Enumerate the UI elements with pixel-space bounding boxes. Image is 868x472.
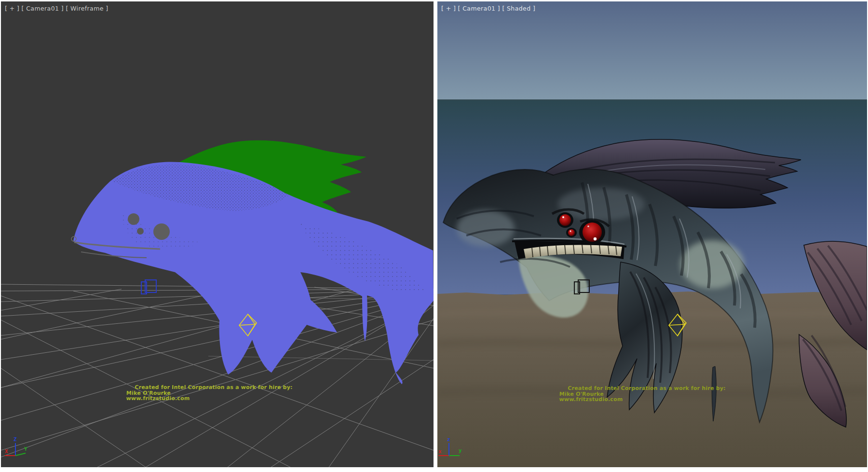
fish-eye-small xyxy=(568,229,575,236)
axis-x-label: x xyxy=(438,448,442,455)
axis-y-label: Y xyxy=(24,446,27,452)
fish-eye-large-wire xyxy=(153,223,170,240)
fish-eye-small-wire xyxy=(137,228,144,235)
watermark-line1: Created for Intel Corporation as a work … xyxy=(559,386,726,391)
watermark-line3: www.fritzstudio.com xyxy=(126,396,292,402)
axis-x-label: X xyxy=(5,448,8,455)
watermark-line3: www.fritzstudio.com xyxy=(559,397,725,403)
axis-y-label: y xyxy=(459,447,462,454)
viewport-wireframe[interactable]: [ + ] [ Camera01 ] [ Wireframe ] xyxy=(1,1,434,467)
bone-helper-box-wire[interactable] xyxy=(141,280,156,294)
scene-watermark-text: Created for Intel Corporation as a work … xyxy=(126,385,293,402)
viewport-label-wireframe[interactable]: [ + ] [ Camera01 ] [ Wireframe ] xyxy=(5,5,108,12)
axis-z-label: z xyxy=(447,436,450,443)
scene-watermark-text: Created for Intel Corporation as a work … xyxy=(559,386,726,403)
sky xyxy=(437,1,867,100)
viewport-label-shaded[interactable]: [ + ] [ Camera01 ] [ Shaded ] xyxy=(441,5,535,12)
max-viewport-canvas: { "viewport_left": { "label": "[ + ] [ C… xyxy=(0,0,868,472)
axis-z-label: Z xyxy=(14,436,17,443)
fish-eye-medium xyxy=(559,214,571,226)
fish-eye-medium-wire xyxy=(128,213,139,225)
fish-eye-large xyxy=(583,222,602,242)
viewport-shaded[interactable]: [ + ] [ Camera01 ] [ Shaded ] xyxy=(437,1,867,467)
watermark-line1: Created for Intel Corporation as a work … xyxy=(126,385,293,390)
